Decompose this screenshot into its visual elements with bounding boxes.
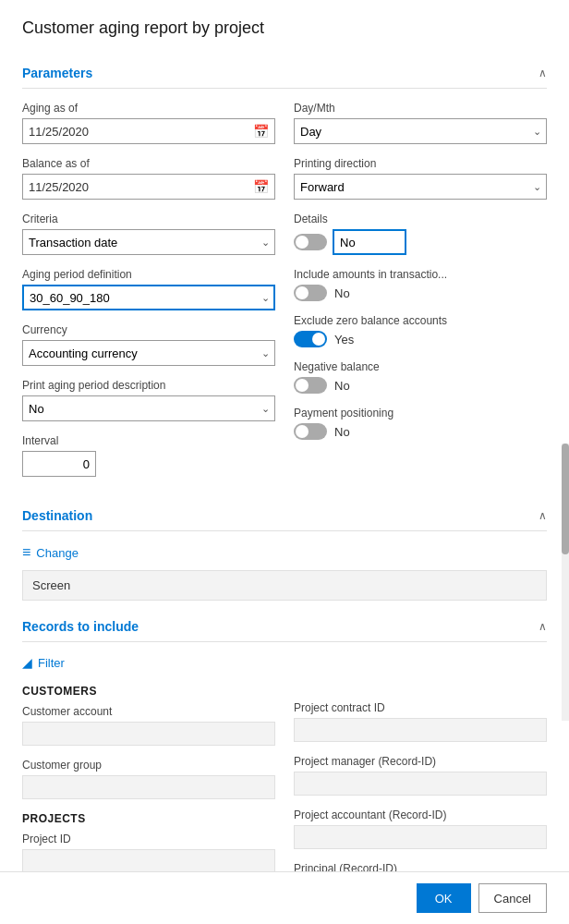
destination-chevron-icon[interactable]: ∧ xyxy=(539,509,547,522)
aging-as-of-value: 11/25/2020 xyxy=(29,125,89,139)
details-toggle-knob xyxy=(296,236,309,249)
ok-button[interactable]: OK xyxy=(417,883,471,913)
exclude-zero-balance-text: Yes xyxy=(334,333,354,346)
records-to-include-section: Records to include ∧ ◢ Filter CUSTOMERS … xyxy=(22,610,547,916)
include-amounts-toggle-knob xyxy=(296,286,309,299)
negative-balance-text: No xyxy=(334,379,350,393)
parameters-left-col: Aging as of 11/25/2020 📅 Balance as of 1… xyxy=(22,102,275,490)
customer-group-input[interactable] xyxy=(22,775,275,799)
currency-group: Currency Accounting currency Transaction… xyxy=(22,323,275,366)
aging-as-of-calendar-icon[interactable]: 📅 xyxy=(253,124,269,139)
page-title: Customer aging report by project xyxy=(22,18,547,38)
print-aging-period-description-select[interactable]: No Yes xyxy=(22,395,275,421)
parameters-section-header[interactable]: Parameters ∧ xyxy=(22,56,547,89)
project-contract-id-field: Project contract ID xyxy=(294,701,547,742)
aging-period-definition-select-wrapper: 30_60_90_180 ⌄ xyxy=(22,285,275,310)
include-amounts-toggle[interactable] xyxy=(294,285,327,301)
balance-as-of-label: Balance as of xyxy=(22,157,275,170)
currency-select-wrapper: Accounting currency Transaction currency… xyxy=(22,340,275,366)
print-aging-period-description-select-wrapper: No Yes ⌄ xyxy=(22,395,275,421)
negative-balance-toggle-knob xyxy=(296,379,309,392)
negative-balance-toggle[interactable] xyxy=(294,377,327,394)
payment-positioning-toggle[interactable] xyxy=(294,423,327,440)
project-accountant-field: Project accountant (Record-ID) xyxy=(294,808,547,849)
customer-account-field: Customer account xyxy=(22,705,275,746)
balance-as-of-input[interactable]: 11/25/2020 📅 xyxy=(22,174,275,200)
payment-positioning-text: No xyxy=(334,425,350,439)
customer-group-label: Customer group xyxy=(22,759,275,772)
project-manager-input[interactable] xyxy=(294,772,547,796)
parameters-grid: Aging as of 11/25/2020 📅 Balance as of 1… xyxy=(22,102,547,490)
footer: OK Cancel xyxy=(0,871,569,924)
details-toggle[interactable] xyxy=(294,234,327,250)
exclude-zero-balance-toggle-knob xyxy=(312,333,325,346)
include-amounts-toggle-row: No xyxy=(294,285,547,301)
change-link[interactable]: ≡ Change xyxy=(22,544,547,561)
change-icon: ≡ xyxy=(22,544,30,561)
parameters-section: Parameters ∧ Aging as of 11/25/2020 📅 Ba… xyxy=(22,56,547,490)
interval-label: Interval xyxy=(22,434,275,447)
currency-select[interactable]: Accounting currency Transaction currency xyxy=(22,340,275,366)
currency-label: Currency xyxy=(22,323,275,336)
include-amounts-group: Include amounts in transactio... No xyxy=(294,268,547,301)
project-id-field: Project ID xyxy=(22,833,275,873)
filter-link[interactable]: ◢ Filter xyxy=(22,655,547,670)
details-input[interactable] xyxy=(333,229,406,255)
destination-section-title: Destination xyxy=(22,508,92,523)
day-mth-label: Day/Mth xyxy=(294,102,547,115)
include-amounts-label: Include amounts in transactio... xyxy=(294,268,547,281)
parameters-right-col: Day/Mth Day Month ⌄ Printing direction xyxy=(294,102,547,490)
records-to-include-section-header[interactable]: Records to include ∧ xyxy=(22,610,547,642)
customer-group-field: Customer group xyxy=(22,759,275,799)
change-label: Change xyxy=(36,546,79,560)
records-to-include-section-title: Records to include xyxy=(22,619,139,634)
balance-as-of-calendar-icon[interactable]: 📅 xyxy=(253,179,269,194)
day-mth-group: Day/Mth Day Month ⌄ xyxy=(294,102,547,144)
aging-as-of-input[interactable]: 11/25/2020 📅 xyxy=(22,118,275,144)
screen-value: Screen xyxy=(22,570,547,601)
printing-direction-select[interactable]: Forward Backward xyxy=(294,174,547,200)
balance-as-of-group: Balance as of 11/25/2020 📅 xyxy=(22,157,275,200)
project-contract-id-label: Project contract ID xyxy=(294,701,547,714)
interval-input[interactable] xyxy=(22,451,96,477)
project-accountant-label: Project accountant (Record-ID) xyxy=(294,808,547,821)
projects-title: PROJECTS xyxy=(22,812,275,825)
payment-positioning-group: Payment positioning No xyxy=(294,407,547,440)
criteria-select[interactable]: Transaction date Due date xyxy=(22,229,275,255)
interval-group: Interval xyxy=(22,434,275,477)
balance-as-of-value: 11/25/2020 xyxy=(29,180,89,194)
printing-direction-group: Printing direction Forward Backward ⌄ xyxy=(294,157,547,200)
aging-period-definition-group: Aging period definition 30_60_90_180 ⌄ xyxy=(22,268,275,310)
day-mth-select-wrapper: Day Month ⌄ xyxy=(294,118,547,144)
print-aging-period-description-group: Print aging period description No Yes ⌄ xyxy=(22,379,275,421)
customers-title: CUSTOMERS xyxy=(22,685,275,698)
payment-positioning-label: Payment positioning xyxy=(294,407,547,419)
details-group: Details xyxy=(294,213,547,255)
scrollbar-thumb[interactable] xyxy=(562,444,569,554)
aging-period-definition-select[interactable]: 30_60_90_180 xyxy=(22,285,275,310)
project-accountant-input[interactable] xyxy=(294,825,547,849)
printing-direction-label: Printing direction xyxy=(294,157,547,170)
project-contract-id-input[interactable] xyxy=(294,718,547,742)
customer-account-label: Customer account xyxy=(22,705,275,718)
negative-balance-toggle-row: No xyxy=(294,377,547,394)
filter-label: Filter xyxy=(38,656,65,670)
exclude-zero-balance-toggle[interactable] xyxy=(294,331,327,347)
destination-section: Destination ∧ ≡ Change Screen xyxy=(22,499,547,601)
customer-account-input[interactable] xyxy=(22,722,275,746)
parameters-chevron-icon[interactable]: ∧ xyxy=(539,67,547,79)
criteria-group: Criteria Transaction date Due date ⌄ xyxy=(22,213,275,255)
scrollbar-track xyxy=(562,444,569,721)
records-to-include-chevron-icon[interactable]: ∧ xyxy=(539,620,547,633)
print-aging-period-description-label: Print aging period description xyxy=(22,379,275,392)
day-mth-select[interactable]: Day Month xyxy=(294,118,547,144)
project-id-input[interactable] xyxy=(22,849,275,873)
destination-section-header[interactable]: Destination ∧ xyxy=(22,499,547,531)
criteria-label: Criteria xyxy=(22,213,275,225)
aging-as-of-label: Aging as of xyxy=(22,102,275,115)
cancel-button[interactable]: Cancel xyxy=(478,883,547,913)
criteria-select-wrapper: Transaction date Due date ⌄ xyxy=(22,229,275,255)
include-amounts-text: No xyxy=(334,286,350,300)
exclude-zero-balance-toggle-row: Yes xyxy=(294,331,547,347)
negative-balance-label: Negative balance xyxy=(294,360,547,373)
